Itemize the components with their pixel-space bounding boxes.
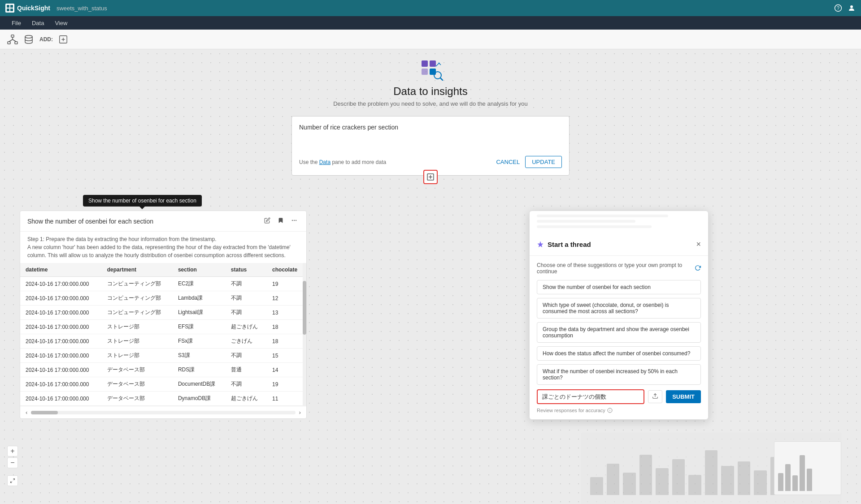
suggestion-item[interactable]: How does the status affect the number of… <box>537 346 701 361</box>
sparkle-icon <box>537 241 544 248</box>
svg-rect-9 <box>15 42 17 44</box>
svg-rect-3 <box>10 9 13 11</box>
svg-point-28 <box>292 220 293 221</box>
svg-point-6 <box>850 5 853 8</box>
menu-file[interactable]: File <box>7 18 26 28</box>
update-button[interactable]: UPDATE <box>525 156 562 168</box>
table-row: 2024-10-16 17:00:000.000コンピューティング部EC2課不調… <box>20 277 306 291</box>
svg-line-36 <box>11 481 13 483</box>
col-section: section <box>173 263 226 277</box>
svg-rect-0 <box>7 5 9 8</box>
suggestions-list: Show the number of osenbei for each sect… <box>537 280 701 385</box>
add-visual-icon[interactable] <box>58 34 68 44</box>
suggestion-item[interactable]: What if the number of osenbei increased … <box>537 364 701 385</box>
more-options-icon[interactable] <box>289 216 299 226</box>
scroll-right-btn[interactable]: › <box>297 408 303 417</box>
data-panel: Show the number of osenbei for each sect… <box>20 211 307 419</box>
thread-description: Choose one of these suggestions or type … <box>537 262 701 275</box>
query-actions: CANCEL UPDATE <box>496 156 562 168</box>
menu-view[interactable]: View <box>50 18 72 28</box>
mini-preview <box>774 441 841 495</box>
review-note: Review responses for accuracy <box>537 408 701 413</box>
thread-panel: Start a thread × Choose one of these sug… <box>529 211 709 420</box>
add-label: ADD: <box>39 36 53 43</box>
custom-input-row: SUBMIT <box>537 389 701 404</box>
suggestion-item[interactable]: Show the number of osenbei for each sect… <box>537 280 701 294</box>
zoom-in-button[interactable]: + <box>7 446 18 457</box>
col-datetime: datetime <box>20 263 102 277</box>
thread-header: Start a thread × <box>530 233 708 256</box>
data-panel-title: Show the number of osenbei for each sect… <box>27 218 153 225</box>
top-bar: QuickSight sweets_with_status ? <box>0 0 861 16</box>
table-row: 2024-10-16 17:00:000.000コンピューティング部Lights… <box>20 306 306 320</box>
svg-line-22 <box>440 78 443 80</box>
scroll-thumb[interactable] <box>303 281 306 335</box>
scroll-track[interactable] <box>303 263 306 406</box>
bookmark-icon[interactable] <box>276 216 286 226</box>
suggestion-item[interactable]: Which type of sweet (chocolate, donut, o… <box>537 298 701 319</box>
thread-close-button[interactable]: × <box>696 240 701 249</box>
thread-input[interactable] <box>537 389 644 404</box>
edit-icon[interactable] <box>262 216 272 226</box>
cancel-button[interactable]: CANCEL <box>496 159 520 165</box>
h-scroll-thumb[interactable] <box>31 411 58 414</box>
user-icon[interactable] <box>848 4 856 12</box>
upload-button[interactable] <box>648 390 662 403</box>
table-row: 2024-10-16 17:00:000.000ストレージ部S3課不調15 <box>20 349 306 363</box>
data-link[interactable]: Data <box>319 159 330 165</box>
svg-rect-8 <box>8 42 10 44</box>
data-panel-actions <box>262 216 299 226</box>
page-title: Data to insights <box>291 85 570 98</box>
zoom-controls: + − <box>7 446 18 468</box>
svg-rect-20 <box>430 69 436 75</box>
col-status: status <box>226 263 267 277</box>
svg-rect-1 <box>10 5 13 8</box>
svg-rect-18 <box>430 60 436 67</box>
zoom-out-button[interactable]: − <box>7 457 18 468</box>
svg-line-24 <box>439 63 441 65</box>
add-section-button[interactable] <box>423 170 438 184</box>
menu-data[interactable]: Data <box>27 18 48 28</box>
main-content: Data to insights Describe the problem yo… <box>0 49 861 504</box>
horizontal-scroll[interactable]: ‹ › <box>20 406 306 418</box>
refresh-suggestions-button[interactable] <box>695 265 701 272</box>
table-row: 2024-10-16 17:00:000.000データベース部DocumentD… <box>20 377 306 392</box>
thread-body: Choose one of these suggestions or type … <box>530 256 708 419</box>
hierarchy-icon[interactable] <box>7 34 18 45</box>
page-subtitle: Describe the problem you need to solve, … <box>291 100 570 107</box>
query-text[interactable]: Number of rice crackers per section <box>299 124 562 151</box>
help-icon[interactable]: ? <box>834 4 842 12</box>
col-department: department <box>102 263 173 277</box>
svg-point-13 <box>25 35 32 38</box>
top-bar-actions: ? <box>834 4 856 12</box>
data-panel-description: Step 1: Prepare the data by extracting t… <box>20 232 306 263</box>
svg-line-11 <box>9 39 13 42</box>
thread-title-row: Start a thread <box>537 241 591 248</box>
query-hint: Use the Data pane to add more data <box>299 159 386 165</box>
svg-line-12 <box>13 39 16 42</box>
scroll-left-btn[interactable]: ‹ <box>24 408 29 417</box>
toolbar: ADD: <box>0 30 861 49</box>
table-row: 2024-10-16 17:00:000.000ストレージ部EFS課超ごきげん1… <box>20 320 306 334</box>
h-scroll-track[interactable] <box>31 411 295 414</box>
col-chocolate: chocolate <box>267 263 306 277</box>
expand-button[interactable] <box>7 475 18 486</box>
data-table-wrap: datetime department section status choco… <box>20 263 306 406</box>
tab-title: sweets_with_status <box>57 5 107 12</box>
app-name: QuickSight <box>17 4 50 12</box>
center-panel: Data to insights Describe the problem yo… <box>291 58 570 176</box>
app-logo: QuickSight <box>5 4 50 13</box>
data-panel-header: Show the number of osenbei for each sect… <box>20 211 306 232</box>
thread-title: Start a thread <box>548 241 591 248</box>
tooltip: Show the number of osenbei for each sect… <box>83 195 202 207</box>
suggestion-item[interactable]: Group the data by department and show th… <box>537 322 701 343</box>
db-icon[interactable] <box>23 34 34 45</box>
thread-bg-lines <box>530 211 708 228</box>
svg-point-34 <box>609 409 610 410</box>
data-table: datetime department section status choco… <box>20 263 306 406</box>
submit-button[interactable]: SUBMIT <box>666 390 701 403</box>
menu-bar: File Data View <box>0 16 861 30</box>
table-row: 2024-10-16 17:00:000.000データベース部RDS課普通14 <box>20 363 306 377</box>
query-footer: Use the Data pane to add more data CANCE… <box>299 156 562 168</box>
svg-text:?: ? <box>837 5 839 11</box>
